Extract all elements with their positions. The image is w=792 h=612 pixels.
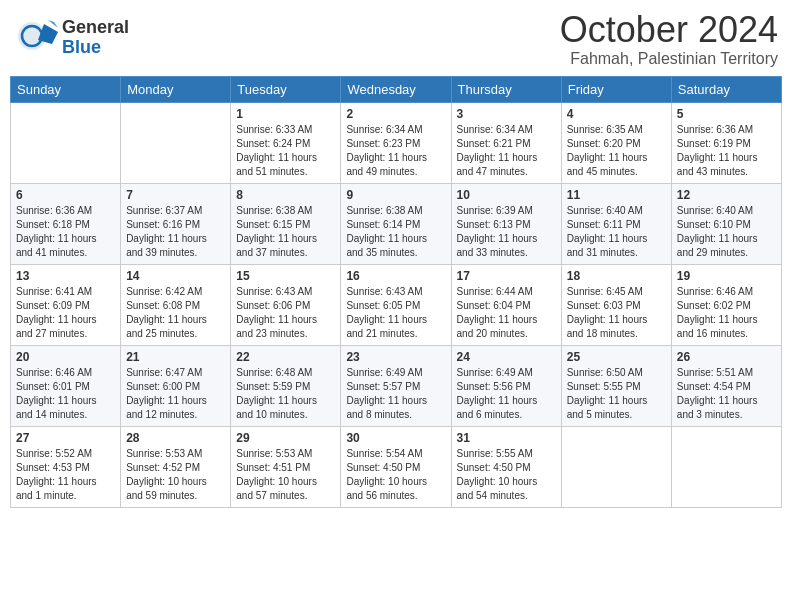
day-number: 30 xyxy=(346,431,445,445)
cell-sunrise: Sunrise: 6:43 AMSunset: 6:05 PMDaylight:… xyxy=(346,286,427,339)
logo-text: General Blue xyxy=(62,18,129,58)
calendar-cell: 31Sunrise: 5:55 AMSunset: 4:50 PMDayligh… xyxy=(451,426,561,507)
cell-sunrise: Sunrise: 5:54 AMSunset: 4:50 PMDaylight:… xyxy=(346,448,427,501)
cell-sunrise: Sunrise: 6:46 AMSunset: 6:02 PMDaylight:… xyxy=(677,286,758,339)
day-number: 13 xyxy=(16,269,115,283)
calendar-cell: 3Sunrise: 6:34 AMSunset: 6:21 PMDaylight… xyxy=(451,102,561,183)
calendar-cell xyxy=(671,426,781,507)
cell-sunrise: Sunrise: 5:55 AMSunset: 4:50 PMDaylight:… xyxy=(457,448,538,501)
calendar-cell xyxy=(11,102,121,183)
calendar-cell: 13Sunrise: 6:41 AMSunset: 6:09 PMDayligh… xyxy=(11,264,121,345)
calendar-cell: 26Sunrise: 5:51 AMSunset: 4:54 PMDayligh… xyxy=(671,345,781,426)
logo-icon xyxy=(14,14,58,58)
cell-sunrise: Sunrise: 6:49 AMSunset: 5:56 PMDaylight:… xyxy=(457,367,538,420)
day-number: 9 xyxy=(346,188,445,202)
calendar-cell: 9Sunrise: 6:38 AMSunset: 6:14 PMDaylight… xyxy=(341,183,451,264)
calendar-cell: 18Sunrise: 6:45 AMSunset: 6:03 PMDayligh… xyxy=(561,264,671,345)
cell-sunrise: Sunrise: 6:39 AMSunset: 6:13 PMDaylight:… xyxy=(457,205,538,258)
day-number: 8 xyxy=(236,188,335,202)
calendar-week-row: 20Sunrise: 6:46 AMSunset: 6:01 PMDayligh… xyxy=(11,345,782,426)
cell-sunrise: Sunrise: 6:43 AMSunset: 6:06 PMDaylight:… xyxy=(236,286,317,339)
calendar-table: SundayMondayTuesdayWednesdayThursdayFrid… xyxy=(10,76,782,508)
location-subtitle: Fahmah, Palestinian Territory xyxy=(560,50,778,68)
calendar-day-header: Saturday xyxy=(671,76,781,102)
calendar-cell: 28Sunrise: 5:53 AMSunset: 4:52 PMDayligh… xyxy=(121,426,231,507)
calendar-cell: 8Sunrise: 6:38 AMSunset: 6:15 PMDaylight… xyxy=(231,183,341,264)
day-number: 31 xyxy=(457,431,556,445)
cell-sunrise: Sunrise: 6:40 AMSunset: 6:10 PMDaylight:… xyxy=(677,205,758,258)
day-number: 29 xyxy=(236,431,335,445)
calendar-cell: 24Sunrise: 6:49 AMSunset: 5:56 PMDayligh… xyxy=(451,345,561,426)
calendar-cell: 14Sunrise: 6:42 AMSunset: 6:08 PMDayligh… xyxy=(121,264,231,345)
day-number: 20 xyxy=(16,350,115,364)
calendar-header-row: SundayMondayTuesdayWednesdayThursdayFrid… xyxy=(11,76,782,102)
calendar-cell xyxy=(561,426,671,507)
day-number: 4 xyxy=(567,107,666,121)
cell-sunrise: Sunrise: 5:52 AMSunset: 4:53 PMDaylight:… xyxy=(16,448,97,501)
day-number: 28 xyxy=(126,431,225,445)
day-number: 18 xyxy=(567,269,666,283)
cell-sunrise: Sunrise: 5:51 AMSunset: 4:54 PMDaylight:… xyxy=(677,367,758,420)
calendar-cell: 27Sunrise: 5:52 AMSunset: 4:53 PMDayligh… xyxy=(11,426,121,507)
calendar-cell: 21Sunrise: 6:47 AMSunset: 6:00 PMDayligh… xyxy=(121,345,231,426)
cell-sunrise: Sunrise: 6:36 AMSunset: 6:19 PMDaylight:… xyxy=(677,124,758,177)
calendar-cell: 2Sunrise: 6:34 AMSunset: 6:23 PMDaylight… xyxy=(341,102,451,183)
day-number: 5 xyxy=(677,107,776,121)
day-number: 17 xyxy=(457,269,556,283)
cell-sunrise: Sunrise: 6:37 AMSunset: 6:16 PMDaylight:… xyxy=(126,205,207,258)
calendar-day-header: Sunday xyxy=(11,76,121,102)
day-number: 10 xyxy=(457,188,556,202)
calendar-cell: 12Sunrise: 6:40 AMSunset: 6:10 PMDayligh… xyxy=(671,183,781,264)
cell-sunrise: Sunrise: 6:34 AMSunset: 6:23 PMDaylight:… xyxy=(346,124,427,177)
calendar-cell: 15Sunrise: 6:43 AMSunset: 6:06 PMDayligh… xyxy=(231,264,341,345)
cell-sunrise: Sunrise: 6:38 AMSunset: 6:14 PMDaylight:… xyxy=(346,205,427,258)
calendar-cell: 5Sunrise: 6:36 AMSunset: 6:19 PMDaylight… xyxy=(671,102,781,183)
calendar-cell: 1Sunrise: 6:33 AMSunset: 6:24 PMDaylight… xyxy=(231,102,341,183)
day-number: 26 xyxy=(677,350,776,364)
calendar-cell: 17Sunrise: 6:44 AMSunset: 6:04 PMDayligh… xyxy=(451,264,561,345)
calendar-cell: 19Sunrise: 6:46 AMSunset: 6:02 PMDayligh… xyxy=(671,264,781,345)
calendar-cell: 7Sunrise: 6:37 AMSunset: 6:16 PMDaylight… xyxy=(121,183,231,264)
day-number: 6 xyxy=(16,188,115,202)
calendar-cell: 11Sunrise: 6:40 AMSunset: 6:11 PMDayligh… xyxy=(561,183,671,264)
calendar-cell: 29Sunrise: 5:53 AMSunset: 4:51 PMDayligh… xyxy=(231,426,341,507)
day-number: 11 xyxy=(567,188,666,202)
title-area: October 2024 Fahmah, Palestinian Territo… xyxy=(560,10,778,68)
calendar-cell: 30Sunrise: 5:54 AMSunset: 4:50 PMDayligh… xyxy=(341,426,451,507)
cell-sunrise: Sunrise: 6:46 AMSunset: 6:01 PMDaylight:… xyxy=(16,367,97,420)
page-header: General Blue October 2024 Fahmah, Palest… xyxy=(10,10,782,68)
day-number: 27 xyxy=(16,431,115,445)
logo: General Blue xyxy=(14,14,129,62)
calendar-week-row: 13Sunrise: 6:41 AMSunset: 6:09 PMDayligh… xyxy=(11,264,782,345)
calendar-cell: 4Sunrise: 6:35 AMSunset: 6:20 PMDaylight… xyxy=(561,102,671,183)
logo-blue: Blue xyxy=(62,38,129,58)
calendar-week-row: 1Sunrise: 6:33 AMSunset: 6:24 PMDaylight… xyxy=(11,102,782,183)
day-number: 24 xyxy=(457,350,556,364)
day-number: 23 xyxy=(346,350,445,364)
day-number: 22 xyxy=(236,350,335,364)
cell-sunrise: Sunrise: 6:47 AMSunset: 6:00 PMDaylight:… xyxy=(126,367,207,420)
calendar-cell: 20Sunrise: 6:46 AMSunset: 6:01 PMDayligh… xyxy=(11,345,121,426)
day-number: 16 xyxy=(346,269,445,283)
calendar-cell: 10Sunrise: 6:39 AMSunset: 6:13 PMDayligh… xyxy=(451,183,561,264)
calendar-week-row: 6Sunrise: 6:36 AMSunset: 6:18 PMDaylight… xyxy=(11,183,782,264)
cell-sunrise: Sunrise: 6:50 AMSunset: 5:55 PMDaylight:… xyxy=(567,367,648,420)
cell-sunrise: Sunrise: 6:44 AMSunset: 6:04 PMDaylight:… xyxy=(457,286,538,339)
cell-sunrise: Sunrise: 6:36 AMSunset: 6:18 PMDaylight:… xyxy=(16,205,97,258)
cell-sunrise: Sunrise: 6:42 AMSunset: 6:08 PMDaylight:… xyxy=(126,286,207,339)
day-number: 14 xyxy=(126,269,225,283)
calendar-cell: 22Sunrise: 6:48 AMSunset: 5:59 PMDayligh… xyxy=(231,345,341,426)
day-number: 2 xyxy=(346,107,445,121)
cell-sunrise: Sunrise: 5:53 AMSunset: 4:51 PMDaylight:… xyxy=(236,448,317,501)
calendar-cell: 23Sunrise: 6:49 AMSunset: 5:57 PMDayligh… xyxy=(341,345,451,426)
cell-sunrise: Sunrise: 6:35 AMSunset: 6:20 PMDaylight:… xyxy=(567,124,648,177)
day-number: 3 xyxy=(457,107,556,121)
calendar-cell xyxy=(121,102,231,183)
calendar-day-header: Friday xyxy=(561,76,671,102)
svg-marker-3 xyxy=(48,20,58,28)
calendar-day-header: Thursday xyxy=(451,76,561,102)
calendar-day-header: Tuesday xyxy=(231,76,341,102)
cell-sunrise: Sunrise: 6:33 AMSunset: 6:24 PMDaylight:… xyxy=(236,124,317,177)
day-number: 12 xyxy=(677,188,776,202)
cell-sunrise: Sunrise: 6:38 AMSunset: 6:15 PMDaylight:… xyxy=(236,205,317,258)
